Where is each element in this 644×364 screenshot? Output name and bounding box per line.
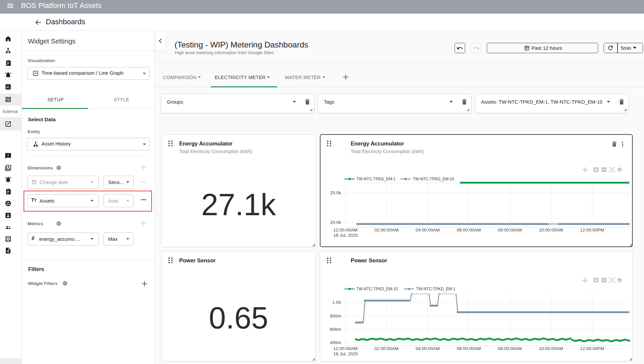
- svg-text:25.0k: 25.0k: [330, 190, 341, 195]
- svg-text:08:00:00AM: 08:00:00AM: [498, 346, 522, 351]
- svg-text:06:00:00AM: 06:00:00AM: [457, 346, 481, 351]
- svg-text:TW-NTC-TPKD_EM-10: TW-NTC-TPKD_EM-10: [356, 287, 398, 291]
- svg-text:?: ?: [58, 222, 60, 226]
- svg-text:12:00:00AM: 12:00:00AM: [333, 346, 358, 351]
- svg-text:06:00:00AM: 06:00:00AM: [457, 228, 481, 232]
- svg-text:10:00:00AM: 10:00:00AM: [539, 346, 563, 351]
- svg-text:16 Jul, 2025: 16 Jul, 2025: [333, 233, 358, 238]
- svg-text:12:00:00AM: 12:00:00AM: [333, 228, 358, 232]
- svg-text:12:00:00PM: 12:00:00PM: [580, 228, 604, 232]
- svg-text:400m: 400m: [330, 340, 341, 345]
- svg-text:TW-NTC-TPKD_EM-1: TW-NTC-TPKD_EM-1: [356, 177, 396, 181]
- svg-text:600m: 600m: [330, 327, 341, 332]
- svg-text:TW-NTC-TPKD_EM-1: TW-NTC-TPKD_EM-1: [416, 287, 456, 291]
- svg-text:04:00:00AM: 04:00:00AM: [415, 228, 440, 232]
- svg-text:02:00:00AM: 02:00:00AM: [374, 228, 398, 232]
- svg-text:TW-NTC-TPKD_EM-10: TW-NTC-TPKD_EM-10: [413, 177, 454, 181]
- svg-text:?: ?: [58, 166, 60, 170]
- svg-text:02:00:00AM: 02:00:00AM: [374, 346, 398, 351]
- svg-text:?: ?: [64, 282, 66, 285]
- svg-text:20.0k: 20.0k: [330, 220, 341, 225]
- svg-text:1.00: 1.00: [332, 300, 341, 305]
- svg-text:800m: 800m: [330, 314, 341, 318]
- svg-text:08:00:00AM: 08:00:00AM: [498, 228, 522, 232]
- svg-text:12:00:00PM: 12:00:00PM: [580, 346, 604, 351]
- svg-text:16 Jul, 2025: 16 Jul, 2025: [333, 351, 358, 356]
- svg-text:04:00:00AM: 04:00:00AM: [415, 346, 440, 351]
- svg-text:10:00:00AM: 10:00:00AM: [539, 228, 563, 232]
